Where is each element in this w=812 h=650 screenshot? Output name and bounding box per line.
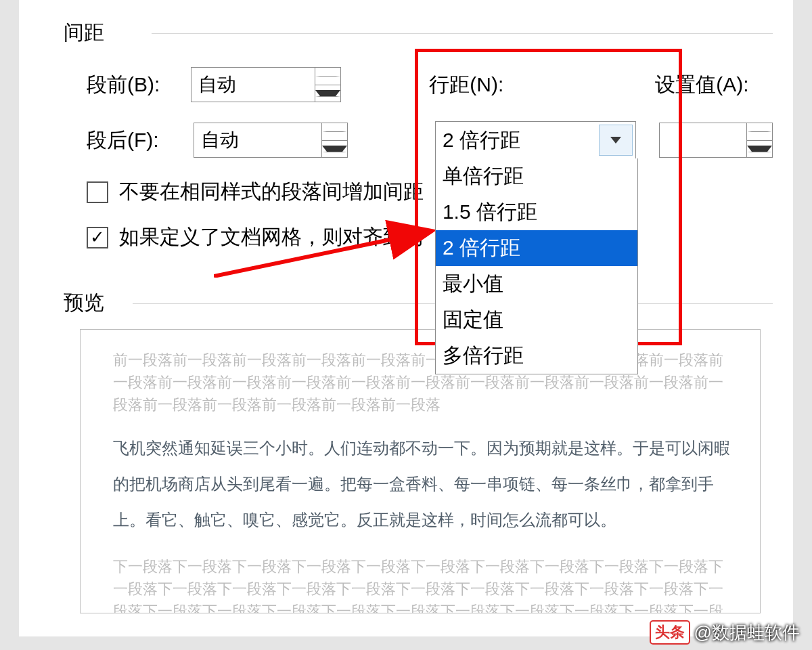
no-space-same-style-row: ✓ 不要在相同样式的段落间增加间距 bbox=[87, 178, 773, 206]
set-value-up[interactable] bbox=[747, 123, 772, 141]
space-after-spinner[interactable]: 自动 bbox=[194, 123, 348, 158]
chevron-down-icon bbox=[610, 137, 621, 144]
watermark-badge: 头条 bbox=[650, 620, 690, 645]
space-after-value[interactable]: 自动 bbox=[194, 123, 321, 157]
watermark: 头条 @数据蛙软件 bbox=[650, 620, 800, 645]
preview-next-paragraph: 下一段落下一段落下一段落下一段落下一段落下一段落下一段落下一段落下一段落下一段落… bbox=[113, 555, 734, 613]
set-value-label: 设置值(A): bbox=[655, 71, 773, 99]
line-spacing-option[interactable]: 最小值 bbox=[436, 266, 637, 302]
paragraph-dialog-panel: 间距 段前(B): 自动 行距(N): 设置值(A): 段后(F): 自动 bbox=[19, 0, 793, 636]
preview-prev-paragraph: 前一段落前一段落前一段落前一段落前一段落前一段落前一段落前一段落前一段落前一段落… bbox=[113, 349, 734, 416]
watermark-text: @数据蛙软件 bbox=[694, 621, 800, 645]
no-space-same-style-checkbox[interactable]: ✓ bbox=[87, 181, 108, 203]
line-spacing-selected: 2 倍行距 bbox=[436, 123, 596, 158]
line-spacing-drop-button[interactable] bbox=[599, 125, 633, 156]
space-before-up[interactable] bbox=[315, 68, 340, 85]
line-spacing-dropdown-list: 单倍行距1.5 倍行距2 倍行距最小值固定值多倍行距 bbox=[435, 158, 638, 374]
line-spacing-option[interactable]: 固定值 bbox=[436, 302, 637, 338]
snap-to-grid-checkbox[interactable]: ✓ bbox=[87, 227, 108, 248]
space-before-value[interactable]: 自动 bbox=[191, 68, 315, 102]
line-spacing-option[interactable]: 1.5 倍行距 bbox=[436, 194, 637, 230]
space-after-up[interactable] bbox=[322, 123, 347, 141]
set-value-spinner[interactable] bbox=[659, 123, 773, 158]
line-spacing-option[interactable]: 多倍行距 bbox=[436, 338, 637, 374]
space-before-label: 段前(B): bbox=[87, 71, 191, 99]
line-spacing-combo[interactable]: 2 倍行距 单倍行距1.5 倍行距2 倍行距最小值固定值多倍行距 bbox=[435, 121, 636, 159]
spacing-section-title: 间距 bbox=[64, 19, 773, 47]
preview-section-title: 预览 bbox=[64, 289, 773, 317]
set-value-down[interactable] bbox=[747, 141, 772, 158]
line-spacing-label: 行距(N): bbox=[429, 71, 540, 99]
line-spacing-option[interactable]: 2 倍行距 bbox=[436, 230, 637, 266]
space-before-down[interactable] bbox=[315, 85, 340, 102]
no-space-same-style-label: 不要在相同样式的段落间增加间距 bbox=[119, 178, 424, 206]
preview-body-paragraph: 飞机突然通知延误三个小时。人们连动都不动一下。因为预期就是这样。于是可以闲暇的把… bbox=[113, 431, 734, 538]
line-spacing-option[interactable]: 单倍行距 bbox=[436, 158, 637, 194]
snap-to-grid-label: 如果定义了文档网格，则对齐到网 bbox=[119, 223, 424, 251]
space-after-label: 段后(F): bbox=[87, 127, 194, 154]
set-value-value[interactable] bbox=[660, 123, 746, 157]
snap-to-grid-row: ✓ 如果定义了文档网格，则对齐到网 bbox=[87, 223, 773, 251]
preview-box: 前一段落前一段落前一段落前一段落前一段落前一段落前一段落前一段落前一段落前一段落… bbox=[80, 329, 761, 613]
space-before-spinner[interactable]: 自动 bbox=[191, 67, 341, 102]
space-after-down[interactable] bbox=[322, 141, 347, 158]
